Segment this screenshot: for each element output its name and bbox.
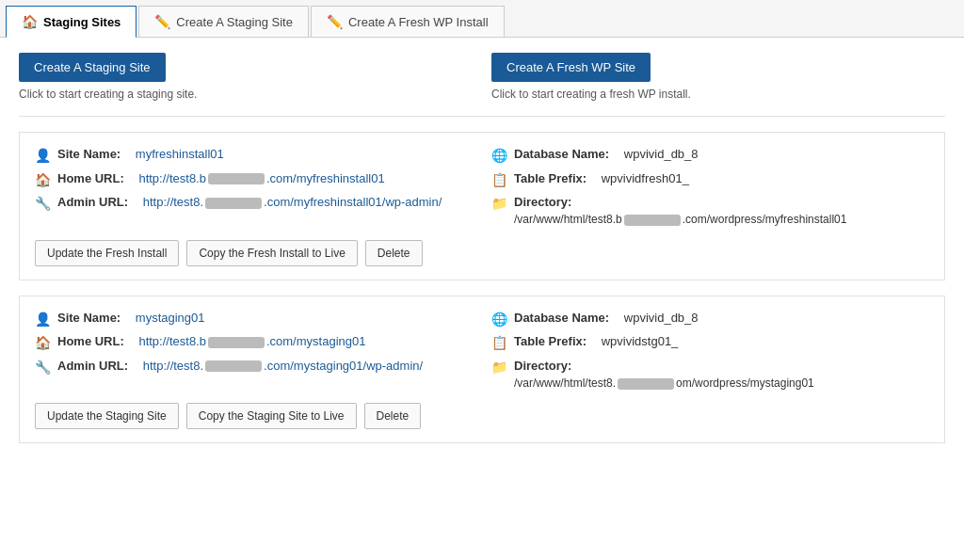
staging-db-name-row: 🌐 Database Name: wpvivid_db_8 — [491, 310, 929, 329]
create-staging-subtext: Click to start creating a staging site. — [19, 88, 473, 101]
tab-bar: 🏠 Staging Sites ✏️ Create A Staging Site… — [0, 0, 964, 38]
fresh-admin-url[interactable]: http://test8..com/myfreshinstall01/wp-ad… — [143, 194, 442, 211]
staging-home-url-label: Home URL: — [57, 333, 124, 350]
tab-create-fresh[interactable]: ✏️ Create A Fresh WP Install — [311, 6, 505, 37]
admin-icon-fresh: 🔧 — [35, 195, 52, 214]
fresh-table-prefix-label: Table Prefix: — [514, 170, 586, 187]
create-fresh-icon: ✏️ — [327, 14, 343, 29]
staging-info-grid: 👤 Site Name: mystaging01 🏠 Home URL: htt… — [35, 310, 929, 392]
fresh-table-prefix-row: 📋 Table Prefix: wpvividfresh01_ — [491, 170, 929, 190]
staging-admin-url[interactable]: http://test8..com/mystaging01/wp-admin/ — [143, 358, 423, 375]
fresh-directory-value: /var/www/html/test8.b.com/wordpress/myfr… — [514, 213, 846, 226]
create-fresh-wp-button[interactable]: Create A Fresh WP Site — [491, 53, 651, 82]
staging-db-name-label: Database Name: — [514, 310, 609, 327]
staging-sites-icon: 🏠 — [22, 14, 38, 29]
fresh-directory-row: 📁 Directory: /var/www/html/test8.b.com/w… — [491, 194, 929, 228]
staging-home-url-row: 🏠 Home URL: http://test8.b.com/mystaging… — [35, 333, 473, 353]
staging-action-buttons: Update the Staging Site Copy the Staging… — [35, 403, 929, 429]
fresh-site-name-row: 👤 Site Name: myfreshinstall01 — [35, 146, 473, 166]
left-section: Create A Staging Site Click to start cre… — [19, 53, 473, 101]
fresh-directory-container: Directory: /var/www/html/test8.b.com/wor… — [514, 194, 846, 228]
staging-table-prefix-label: Table Prefix: — [514, 333, 586, 350]
table-icon-fresh: 📋 — [491, 171, 508, 190]
staging-directory-value: /var/www/html/test8.om/wordpress/mystagi… — [514, 376, 814, 390]
admin-icon-staging: 🔧 — [35, 359, 52, 377]
main-content: Create A Staging Site Click to start cre… — [0, 38, 964, 473]
fresh-right-col: 🌐 Database Name: wpvivid_db_8 📋 Table Pr… — [491, 146, 929, 229]
update-staging-button[interactable]: Update the Staging Site — [35, 403, 179, 429]
staging-directory-label: Directory: — [514, 359, 571, 373]
fresh-home-url[interactable]: http://test8.b.com/myfreshinstall01 — [138, 170, 384, 187]
fresh-action-buttons: Update the Fresh Install Copy the Fresh … — [35, 240, 929, 266]
divider-1 — [19, 116, 945, 117]
person-icon: 👤 — [35, 147, 52, 166]
staging-admin-url-row: 🔧 Admin URL: http://test8..com/mystaging… — [35, 358, 473, 377]
site-block-staging: 👤 Site Name: mystaging01 🏠 Home URL: htt… — [19, 296, 945, 444]
fresh-home-url-label: Home URL: — [57, 170, 124, 187]
delete-fresh-button[interactable]: Delete — [365, 240, 423, 266]
staging-directory-row: 📁 Directory: /var/www/html/test8.om/word… — [491, 358, 929, 392]
fresh-admin-url-row: 🔧 Admin URL: http://test8..com/myfreshin… — [35, 194, 473, 214]
person-icon-staging: 👤 — [35, 311, 52, 329]
staging-admin-url-label: Admin URL: — [57, 358, 128, 375]
staging-db-name-value: wpvivid_db_8 — [624, 310, 699, 327]
staging-site-name-label: Site Name: — [57, 310, 120, 327]
create-fresh-subtext: Click to start creating a fresh WP insta… — [491, 88, 945, 101]
tab-create-fresh-label: Create A Fresh WP Install — [348, 15, 489, 29]
staging-right-col: 🌐 Database Name: wpvivid_db_8 📋 Table Pr… — [491, 310, 929, 392]
tab-create-staging-label: Create A Staging Site — [176, 15, 293, 29]
tab-staging-sites[interactable]: 🏠 Staging Sites — [6, 6, 137, 38]
staging-site-name-row: 👤 Site Name: mystaging01 — [35, 310, 473, 329]
home-icon-fresh: 🏠 — [35, 171, 52, 190]
create-staging-button[interactable]: Create A Staging Site — [19, 53, 166, 82]
fresh-directory-label: Directory: — [514, 195, 571, 209]
db-icon-staging: 🌐 — [491, 311, 508, 329]
fresh-table-prefix-value: wpvividfresh01_ — [602, 170, 689, 187]
create-staging-icon: ✏️ — [154, 14, 170, 29]
tab-create-staging[interactable]: ✏️ Create A Staging Site — [138, 6, 309, 37]
staging-home-url[interactable]: http://test8.b.com/mystaging01 — [138, 333, 365, 350]
staging-site-name-value[interactable]: mystaging01 — [136, 310, 205, 327]
fresh-site-name-value[interactable]: myfreshinstall01 — [136, 146, 224, 163]
fresh-home-url-row: 🏠 Home URL: http://test8.b.com/myfreshin… — [35, 170, 473, 190]
copy-staging-button[interactable]: Copy the Staging Site to Live — [186, 403, 357, 429]
fresh-db-name-row: 🌐 Database Name: wpvivid_db_8 — [491, 146, 929, 166]
tab-staging-sites-label: Staging Sites — [43, 15, 120, 29]
fresh-site-name-label: Site Name: — [57, 146, 120, 163]
folder-icon-staging: 📁 — [491, 359, 508, 377]
db-icon-fresh: 🌐 — [491, 147, 508, 166]
right-section: Create A Fresh WP Site Click to start cr… — [473, 53, 945, 101]
update-fresh-button[interactable]: Update the Fresh Install — [35, 240, 179, 266]
fresh-db-name-label: Database Name: — [514, 146, 609, 163]
staging-table-prefix-value: wpvividstg01_ — [602, 333, 679, 350]
table-icon-staging: 📋 — [491, 334, 508, 353]
fresh-admin-url-label: Admin URL: — [57, 194, 128, 211]
staging-directory-container: Directory: /var/www/html/test8.om/wordpr… — [514, 358, 814, 392]
staging-table-prefix-row: 📋 Table Prefix: wpvividstg01_ — [491, 333, 929, 353]
top-buttons-row: Create A Staging Site Click to start cre… — [19, 53, 945, 101]
site-block-fresh: 👤 Site Name: myfreshinstall01 🏠 Home URL… — [19, 132, 945, 280]
fresh-info-grid: 👤 Site Name: myfreshinstall01 🏠 Home URL… — [35, 146, 929, 229]
delete-staging-button[interactable]: Delete — [364, 403, 422, 429]
fresh-left-col: 👤 Site Name: myfreshinstall01 🏠 Home URL… — [35, 146, 473, 229]
staging-left-col: 👤 Site Name: mystaging01 🏠 Home URL: htt… — [35, 310, 473, 392]
fresh-db-name-value: wpvivid_db_8 — [624, 146, 699, 163]
home-icon-staging: 🏠 — [35, 334, 52, 353]
copy-fresh-button[interactable]: Copy the Fresh Install to Live — [186, 240, 357, 266]
folder-icon-fresh: 📁 — [491, 195, 508, 214]
